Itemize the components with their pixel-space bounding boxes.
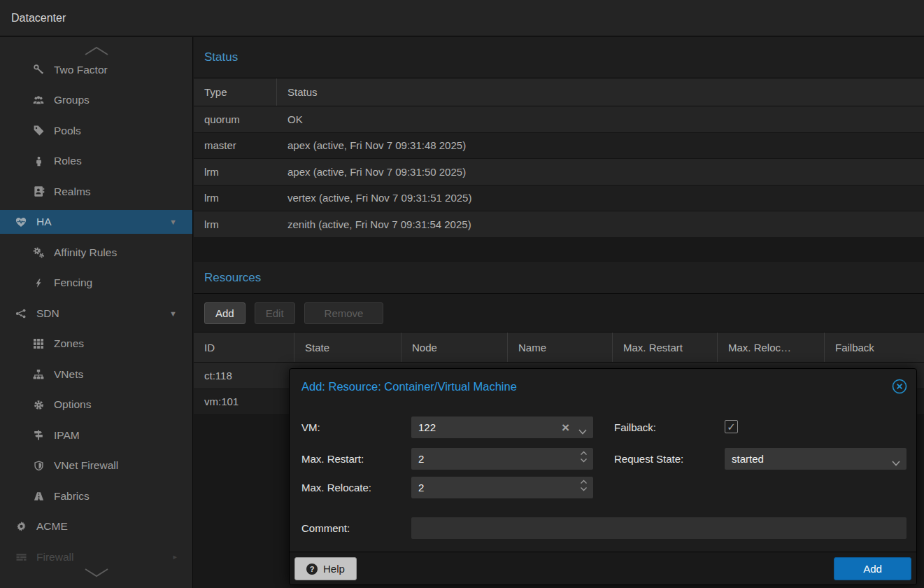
resources-table-header: ID State Node Name Max. Restart Max. Rel… bbox=[194, 332, 924, 363]
gear-icon bbox=[31, 398, 45, 411]
window-title: Datacenter bbox=[11, 0, 66, 36]
cell-type: quorum bbox=[194, 113, 277, 125]
column-header-state[interactable]: State bbox=[294, 332, 401, 362]
sidebar-item-acme[interactable]: ACME bbox=[0, 512, 192, 542]
sidebar-item-affinity-rules[interactable]: Affinity Rules bbox=[0, 237, 192, 268]
sidebar-item-realms[interactable]: Realms bbox=[0, 176, 192, 207]
sidebar-item-two-factor[interactable]: Two Factor bbox=[0, 55, 192, 85]
spinner-buttons[interactable] bbox=[580, 479, 588, 491]
sidebar-item-vnets[interactable]: VNets bbox=[0, 359, 192, 390]
shield-icon bbox=[31, 459, 45, 472]
comment-field[interactable] bbox=[411, 517, 907, 539]
cell-type: lrm bbox=[194, 218, 277, 230]
column-header-type[interactable]: Type bbox=[194, 78, 277, 106]
heartbeat-icon bbox=[14, 216, 28, 228]
status-row-lrm-vertex[interactable]: lrm vertex (active, Fri Nov 7 09:31:51 2… bbox=[194, 186, 924, 212]
sidebar-item-zones[interactable]: Zones bbox=[0, 329, 192, 360]
cell-status: OK bbox=[277, 113, 924, 125]
scroll-down-indicator[interactable] bbox=[82, 567, 111, 578]
status-row-quorum[interactable]: quorum OK bbox=[194, 106, 924, 133]
user-icon bbox=[31, 155, 45, 167]
address-book-icon bbox=[31, 186, 45, 198]
sidebar-item-groups[interactable]: Groups bbox=[0, 85, 192, 116]
edit-resource-button[interactable]: Edit bbox=[255, 302, 295, 324]
column-header-status[interactable]: Status bbox=[277, 78, 924, 106]
firewall-icon bbox=[14, 551, 28, 564]
question-icon: ? bbox=[306, 564, 318, 575]
chevron-down-icon[interactable] bbox=[892, 456, 900, 469]
cell-type: master bbox=[194, 139, 277, 151]
max-relocate-field[interactable] bbox=[411, 477, 593, 498]
dialog-title-bar[interactable]: Add: Resource: Container/Virtual Machine bbox=[290, 369, 916, 404]
spinner-buttons[interactable] bbox=[580, 451, 588, 463]
remove-resource-button[interactable]: Remove bbox=[304, 302, 384, 324]
max-relocate-label: Max. Relocate: bbox=[301, 477, 371, 498]
max-restart-input[interactable] bbox=[411, 448, 593, 470]
column-header-max-relocate[interactable]: Max. Reloc… bbox=[718, 332, 825, 362]
failback-checkbox[interactable]: ✓ bbox=[725, 420, 738, 433]
close-icon[interactable] bbox=[891, 378, 908, 395]
column-header-failback[interactable]: Failback bbox=[825, 332, 924, 362]
cell-type: lrm bbox=[194, 192, 277, 204]
cell-id: ct:118 bbox=[194, 370, 294, 382]
status-panel-header: Status bbox=[194, 37, 924, 78]
help-button[interactable]: ? Help bbox=[294, 557, 357, 580]
sidebar-item-options[interactable]: Options bbox=[0, 390, 192, 421]
add-resource-button[interactable]: Add bbox=[204, 302, 246, 324]
request-state-combo[interactable]: started bbox=[725, 448, 907, 470]
max-restart-field[interactable] bbox=[411, 448, 593, 470]
column-header-id[interactable]: ID bbox=[194, 332, 294, 362]
chevron-down-icon[interactable]: ▼ bbox=[169, 309, 177, 318]
sidebar-item-fabrics[interactable]: Fabrics bbox=[0, 481, 192, 512]
sidebar-item-sdn[interactable]: SDN ▼ bbox=[0, 298, 192, 329]
clear-icon[interactable]: × bbox=[562, 416, 569, 438]
failback-label: Failback: bbox=[614, 416, 656, 438]
tag-icon bbox=[31, 125, 45, 137]
add-resource-dialog: Add: Resource: Container/Virtual Machine… bbox=[289, 368, 917, 585]
status-row-master[interactable]: master apex (active, Fri Nov 7 09:31:48 … bbox=[194, 133, 924, 160]
signpost-icon bbox=[31, 429, 45, 442]
vm-combo[interactable]: × bbox=[411, 416, 593, 438]
sidebar-item-roles[interactable]: Roles bbox=[0, 146, 192, 177]
cell-status: zenith (active, Fri Nov 7 09:31:54 2025) bbox=[277, 218, 924, 230]
sidebar-item-ha[interactable]: HA ▼ bbox=[0, 210, 192, 234]
status-panel-title: Status bbox=[204, 50, 238, 64]
request-state-label: Request State: bbox=[614, 448, 683, 470]
checkmark-icon: ✓ bbox=[727, 421, 736, 433]
column-header-name[interactable]: Name bbox=[508, 332, 613, 362]
status-row-lrm-zenith[interactable]: lrm zenith (active, Fri Nov 7 09:31:54 2… bbox=[194, 211, 924, 238]
gears-icon bbox=[31, 246, 45, 259]
status-row-lrm-apex[interactable]: lrm apex (active, Fri Nov 7 09:31:50 202… bbox=[194, 159, 924, 186]
max-relocate-input[interactable] bbox=[411, 477, 593, 498]
bolt-icon bbox=[31, 276, 45, 289]
resources-panel-header: Resources bbox=[194, 262, 924, 294]
column-header-max-restart[interactable]: Max. Restart bbox=[613, 332, 718, 362]
spinner-down-icon bbox=[580, 486, 588, 491]
cell-status: apex (active, Fri Nov 7 09:31:48 2025) bbox=[277, 139, 924, 151]
dialog-add-button[interactable]: Add bbox=[834, 557, 911, 580]
vm-label: VM: bbox=[301, 416, 320, 438]
comment-label: Comment: bbox=[301, 517, 350, 539]
sidebar-item-pools[interactable]: Pools bbox=[0, 115, 192, 146]
grid-icon bbox=[31, 337, 45, 350]
max-restart-label: Max. Restart: bbox=[301, 448, 364, 470]
sidebar-item-ipam[interactable]: IPAM bbox=[0, 420, 192, 451]
top-bar: Datacenter bbox=[0, 0, 924, 36]
key-icon bbox=[31, 64, 45, 76]
share-nodes-icon bbox=[14, 307, 28, 320]
status-table: Type Status quorum OK master apex (activ… bbox=[194, 78, 924, 238]
chevron-down-icon[interactable] bbox=[578, 425, 587, 438]
column-header-node[interactable]: Node bbox=[401, 332, 508, 362]
sidebar-item-vnet-firewall[interactable]: VNet Firewall bbox=[0, 451, 192, 482]
comment-input[interactable] bbox=[411, 517, 907, 539]
road-icon bbox=[31, 490, 45, 503]
chevron-right-icon[interactable]: ▸ bbox=[173, 552, 177, 561]
request-state-value: started bbox=[725, 448, 907, 470]
cell-status: vertex (active, Fri Nov 7 09:31:51 2025) bbox=[277, 192, 924, 204]
help-button-label: Help bbox=[323, 563, 345, 575]
sidebar-item-fencing[interactable]: Fencing bbox=[0, 268, 192, 299]
resources-panel-title: Resources bbox=[204, 271, 261, 285]
cell-id: vm:101 bbox=[194, 396, 294, 407]
chevron-down-icon[interactable]: ▼ bbox=[169, 218, 177, 226]
scroll-up-indicator[interactable] bbox=[82, 46, 111, 57]
